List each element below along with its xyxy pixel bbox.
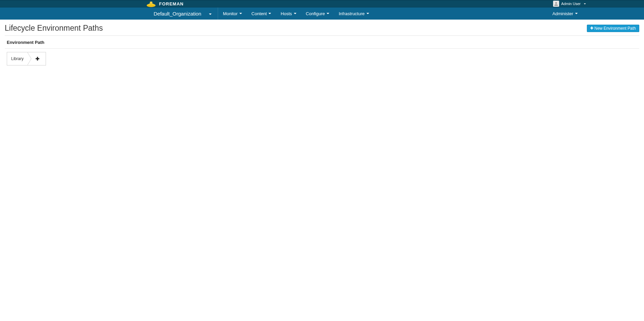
nav-item-monitor[interactable]: Monitor	[218, 7, 246, 20]
button-label: New Environment Path	[594, 26, 636, 31]
nav-label: Infrastructure	[339, 11, 365, 16]
nav-label: Content	[252, 11, 267, 16]
page-section: Lifecycle Environment Paths ✚ New Enviro…	[0, 20, 644, 65]
plus-icon: ✚	[590, 26, 593, 30]
user-menu[interactable]: Admin User	[553, 1, 586, 7]
nav-label: Configure	[306, 11, 325, 16]
nav-label: Monitor	[223, 11, 237, 16]
new-environment-path-button[interactable]: ✚ New Environment Path	[587, 25, 639, 32]
main-menu: Monitor Content Hosts Configure Infrastr…	[218, 7, 374, 20]
nav-item-hosts[interactable]: Hosts	[276, 7, 301, 20]
nav-item-administer[interactable]: Administer	[548, 7, 582, 20]
page-title: Lifecycle Environment Paths	[5, 24, 103, 33]
env-segment-library[interactable]: Library	[7, 52, 27, 65]
page-header: Lifecycle Environment Paths ✚ New Enviro…	[5, 24, 639, 36]
foreman-logo-icon	[146, 1, 156, 7]
user-label: Admin User	[561, 2, 580, 6]
topbar: FOREMAN Admin User	[0, 0, 644, 7]
caret-down-icon	[327, 13, 329, 14]
nav-item-infrastructure[interactable]: Infrastructure	[334, 7, 374, 20]
caret-down-icon	[239, 13, 242, 14]
plus-icon: ✚	[35, 56, 40, 61]
caret-down-icon	[294, 13, 296, 14]
environment-path-heading: Environment Path	[5, 36, 639, 49]
navbar: Default_Organization Monitor Content Hos…	[0, 7, 644, 20]
nav-item-configure[interactable]: Configure	[301, 7, 334, 20]
nav-item-content[interactable]: Content	[247, 7, 276, 20]
svg-point-2	[555, 2, 557, 4]
navbar-right: Administer	[548, 7, 582, 20]
caret-down-icon	[209, 14, 212, 15]
caret-down-icon	[268, 13, 271, 14]
nav-label: Hosts	[281, 11, 292, 16]
organization-selector[interactable]: Default_Organization	[150, 7, 218, 20]
brand[interactable]: FOREMAN	[146, 0, 184, 7]
organization-label: Default_Organization	[154, 11, 201, 17]
svg-point-1	[150, 2, 152, 3]
environment-path: Library ✚	[5, 49, 639, 65]
brand-name: FOREMAN	[159, 1, 184, 6]
nav-label: Administer	[552, 11, 573, 16]
caret-down-icon	[366, 13, 369, 14]
avatar-icon	[553, 1, 559, 7]
caret-down-icon	[575, 13, 578, 14]
env-segment-label: Library	[11, 56, 24, 61]
caret-down-icon	[584, 3, 586, 4]
svg-point-0	[147, 4, 156, 7]
